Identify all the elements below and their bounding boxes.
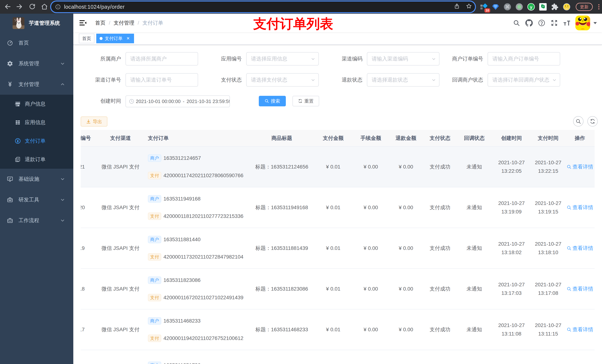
filter-select[interactable]: 请选择支付状态 <box>246 73 319 87</box>
reset-button[interactable]: 重置 <box>292 96 319 106</box>
date-line: 2021-10-27 <box>495 321 527 330</box>
datetime: 2021-10-2713:22:15 <box>535 158 561 175</box>
view-detail-link[interactable]: 查看详情 <box>567 163 593 170</box>
cell-fee-amount: ¥ 0.00 <box>353 309 388 350</box>
filter-select[interactable]: 请选择退款状态 <box>367 73 440 87</box>
view-detail-link[interactable]: 查看详情 <box>567 204 593 211</box>
cell-pay-status: 支付成功 <box>423 228 457 269</box>
sidebar-item-infra[interactable]: 基础设施 <box>0 169 73 189</box>
table-row[interactable]: 119微信 JSAPI 支付商户1635311881440支付420000117… <box>81 228 595 269</box>
merchant-no-tag: 商户 <box>148 195 161 203</box>
sidebar-item-workflow[interactable]: 工作流程 <box>0 210 73 231</box>
orders-table: 订单编号支付渠道支付订单商品标题支付金额手续金额退款金额支付状态回调状态创建时间… <box>81 130 595 364</box>
bookmark-star-icon[interactable] <box>466 3 472 11</box>
cell-pay-amount: ¥ 0.01 <box>313 269 353 309</box>
table-row[interactable]: 121微信 JSAPI 支付商户1635312124657支付420000117… <box>81 146 595 187</box>
view-detail-link[interactable]: 查看详情 <box>567 326 593 333</box>
table-row[interactable]: 120微信 JSAPI 支付商户1635311949168支付420000118… <box>81 187 595 228</box>
extension-tabs-icon[interactable]: 10 <box>480 3 488 11</box>
extension-gem-icon[interactable] <box>492 3 499 11</box>
sidebar-item-pay[interactable]: 支付管理 <box>0 74 73 95</box>
time-line: 13:17:08 <box>535 289 561 297</box>
date-start: 2021-10-01 00:00:00 <box>136 99 181 104</box>
extension-puzzle-icon[interactable] <box>551 3 559 11</box>
cell-notify-status <box>457 350 492 364</box>
export-button[interactable]: 导出 <box>81 116 107 126</box>
datetime: 2021-10-2713:19:09 <box>495 199 527 216</box>
date-range-picker[interactable]: 2021-10-01 00:00:00-2021-10-31 23:59:59 <box>126 95 230 107</box>
menu-label: 工作流程 <box>19 217 39 224</box>
hamburger-icon[interactable] <box>79 19 87 27</box>
cell-title: 标题：1635311949168 <box>250 187 313 228</box>
select-arrow-icon <box>311 52 315 65</box>
avatar[interactable] <box>575 16 590 30</box>
sidebar-logo[interactable]: 芋道管理系统 <box>0 14 73 32</box>
app-title: 芋道管理系统 <box>29 20 60 27</box>
breadcrumb-home[interactable]: 首页 <box>95 20 106 26</box>
col-header-10: 支付时间 <box>531 130 565 146</box>
url-text[interactable]: localhost:1024/pay/order <box>64 4 125 10</box>
filter-input[interactable]: 请输入商户订单编号 <box>488 52 560 65</box>
browser-back-icon[interactable] <box>3 2 13 11</box>
browser-menu-icon[interactable] <box>598 4 599 10</box>
browser-update-button[interactable]: 更新 <box>576 3 593 11</box>
view-detail-link[interactable]: 查看详情 <box>567 245 593 252</box>
sidebar-item-app-info[interactable]: 应用信息 <box>0 113 73 132</box>
document-icon <box>14 156 21 163</box>
filter-select[interactable]: 请选择订单回调商户状态 <box>488 73 560 87</box>
extension-flag-icon[interactable] <box>539 3 547 11</box>
extension-command-icon[interactable]: ⌘ <box>504 3 511 11</box>
site-info-icon[interactable] <box>55 4 61 10</box>
breadcrumb-pay-manage[interactable]: 支付管理 <box>114 20 134 26</box>
sidebar-item-devtool[interactable]: 研发工具 <box>0 189 73 210</box>
view-detail-link[interactable]: 查看详情 <box>567 285 593 292</box>
filter-item-4: 渠道订单号请输入渠道订单号 <box>81 73 198 87</box>
extension-y-icon[interactable]: y <box>527 3 535 11</box>
tag-pay-order[interactable]: 支付订单✕ <box>96 34 134 43</box>
sidebar-item-pay-order[interactable]: 支付订单 <box>0 132 73 150</box>
filter-label: 渠道订单号 <box>81 76 126 83</box>
sidebar-item-system[interactable]: 系统管理 <box>0 53 73 74</box>
filter-select[interactable]: 请输入渠道编码 <box>367 52 440 65</box>
browser-home-icon[interactable] <box>40 2 49 11</box>
table-row[interactable]: 商户1635311351736 <box>81 350 595 364</box>
sidebar-item-home[interactable]: 首页 <box>0 32 73 53</box>
search-button[interactable]: 搜索 <box>259 96 286 106</box>
col-header-2: 支付订单 <box>144 130 250 146</box>
filter-input[interactable]: 请选择所属商户 <box>126 52 198 65</box>
share-icon[interactable] <box>454 3 460 10</box>
col-header-4: 支付金额 <box>313 130 353 146</box>
filter-select[interactable]: 请选择应用信息 <box>246 52 319 65</box>
url-bar[interactable]: localhost:1024/pay/order <box>51 1 475 12</box>
sidebar-item-merchant-info[interactable]: 商户信息 <box>0 95 73 113</box>
toggle-search-button[interactable] <box>573 116 583 126</box>
header-search-icon[interactable] <box>510 14 523 32</box>
fontsize-icon[interactable] <box>560 14 573 32</box>
table-row[interactable]: 118微信 JSAPI 支付商户1635311823086支付420000116… <box>81 269 595 309</box>
cell-order-no: 商户1635311881440支付42000011732021102728479… <box>144 228 250 269</box>
cell-title: 标题：1635311468233 <box>250 309 313 350</box>
extension-emoji-icon[interactable] <box>563 3 570 11</box>
help-icon[interactable] <box>535 14 548 32</box>
merchant-no-tag: 商户 <box>148 236 161 243</box>
refresh-table-button[interactable] <box>587 116 598 126</box>
extension-recorder-icon[interactable] <box>515 3 523 11</box>
filter-item-3: 商户订单编号请输入商户订单编号 <box>443 52 560 65</box>
time-line: 13:19:09 <box>495 208 527 216</box>
tag-close-icon[interactable]: ✕ <box>126 36 131 41</box>
magnifier-icon <box>567 246 571 251</box>
user-menu[interactable] <box>575 16 597 30</box>
browser-reload-icon[interactable] <box>27 2 37 11</box>
filter-input[interactable]: 请输入渠道订单号 <box>126 73 198 87</box>
browser-forward-icon[interactable] <box>14 2 24 11</box>
magnifier-icon <box>567 165 571 169</box>
channel-no: 支付4200001194202110276752100612 <box>148 335 246 342</box>
page-title: 支付订单列表 <box>253 16 333 31</box>
github-icon[interactable] <box>523 14 535 32</box>
sidebar-item-refund-order[interactable]: 退款订单 <box>0 150 73 169</box>
cell-id: 120 <box>81 187 97 228</box>
table-row[interactable]: 117微信 JSAPI 支付商户1635311468233支付420000119… <box>81 309 595 350</box>
fullscreen-icon[interactable] <box>548 14 560 32</box>
tag-home[interactable]: 首页 <box>79 34 94 43</box>
table-body: 121微信 JSAPI 支付商户1635312124657支付420000117… <box>81 146 595 364</box>
